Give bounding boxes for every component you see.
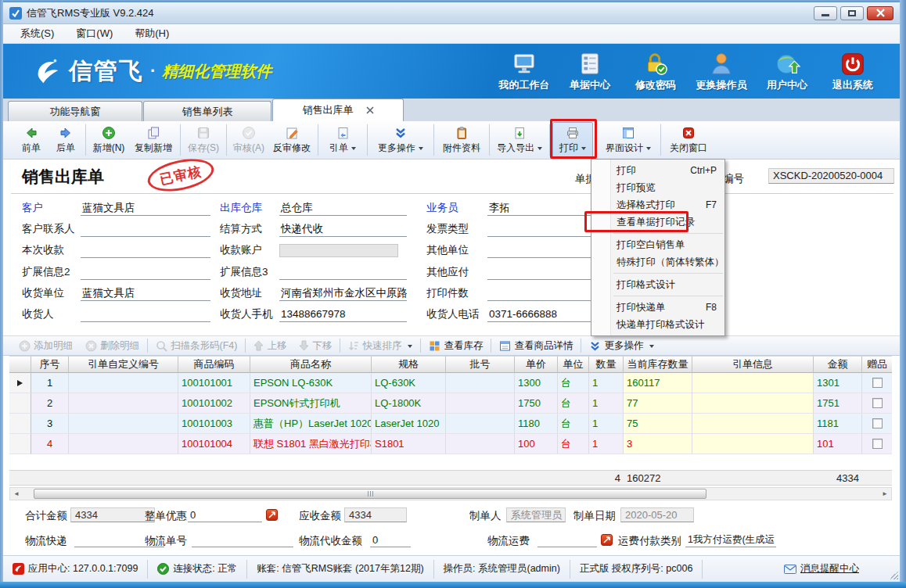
scroll-right-icon[interactable]: ► xyxy=(879,488,891,500)
attachment-button[interactable]: 附件资料 xyxy=(437,122,487,158)
warehouse-field[interactable]: 总仓库 xyxy=(279,200,407,216)
status-app-center[interactable]: 应用中心: 127.0.0.1:7099 xyxy=(3,560,148,579)
cod-amount-field[interactable]: 0 xyxy=(370,532,411,547)
receiver-mobile-field[interactable]: 13488667978 xyxy=(279,307,407,322)
col-header-name[interactable]: 商品名称 xyxy=(250,356,372,373)
scan-barcode-button: 扫描条形码(F4) xyxy=(149,339,243,353)
next-doc-button[interactable]: 后单 xyxy=(49,122,83,158)
nav-change-password[interactable]: 修改密码 xyxy=(623,51,688,92)
resize-grip[interactable] xyxy=(890,571,898,579)
reference-doc-button[interactable]: 引单 xyxy=(321,122,365,158)
nav-switch-operator[interactable]: 更换操作员 xyxy=(688,51,754,92)
table-row[interactable]: 1 100101001 EPSON LQ-630K LQ-630K 1300 台… xyxy=(9,373,892,393)
customer-field[interactable]: 蓝猫文具店 xyxy=(81,200,210,216)
table-row[interactable]: 2 100101002 EPSON针式打印机 LQ-1800K 1750 台 1… xyxy=(9,393,892,414)
copy-new-button[interactable]: 复制新增 xyxy=(129,122,178,158)
tab-close-icon[interactable] xyxy=(366,106,374,114)
menu-item-select-format-print[interactable]: 选择格式打印F7 xyxy=(591,196,724,213)
toolbar-separator xyxy=(420,339,421,353)
switch-user-icon xyxy=(708,51,735,77)
menu-window[interactable]: 窗口(W) xyxy=(67,24,122,43)
col-header-amount[interactable]: 金额 xyxy=(814,356,862,373)
scroll-left-icon[interactable]: ◄ xyxy=(10,488,23,500)
customer-contact-field[interactable] xyxy=(81,221,210,237)
menu-help[interactable]: 帮助(H) xyxy=(125,24,178,43)
view-product-detail-button[interactable]: 查看商品详情 xyxy=(493,339,579,353)
ui-design-button[interactable]: 界面设计 xyxy=(599,122,658,158)
col-header-ref-info[interactable]: 引单信息 xyxy=(692,356,814,373)
new-doc-button[interactable]: 新增(N) xyxy=(88,122,129,158)
receiver-field[interactable] xyxy=(81,307,210,322)
tracking-no-field[interactable] xyxy=(192,532,293,547)
menu-item-print-preview[interactable]: 打印预览 xyxy=(591,179,724,196)
menu-system[interactable]: 系统(S) xyxy=(11,24,63,43)
doc-no-value[interactable]: XSCKD-20200520-0004 xyxy=(768,168,894,184)
ext-info2-field[interactable] xyxy=(81,264,210,280)
print-button[interactable]: 打印 xyxy=(552,122,593,158)
col-header-code[interactable]: 商品编码 xyxy=(178,356,250,373)
gift-checkbox[interactable] xyxy=(872,439,883,449)
col-header-custom-no[interactable]: 引单自定义编号 xyxy=(69,356,178,373)
menu-item-print-express[interactable]: 打印快递单F8 xyxy=(591,299,724,316)
field-label: 出库仓库 xyxy=(220,200,262,216)
maximize-button[interactable] xyxy=(840,6,864,20)
toolbar-separator xyxy=(318,124,318,156)
gift-checkbox[interactable] xyxy=(872,398,883,408)
delivery-address-field[interactable]: 河南省郑州市金水区中原路 xyxy=(279,285,407,301)
connection-ok-icon xyxy=(157,563,169,575)
gift-checkbox[interactable] xyxy=(872,378,883,388)
col-header-gift[interactable]: 赠品 xyxy=(862,356,892,373)
tab-sales-list[interactable]: 销售单列表 xyxy=(143,101,271,121)
menu-item-print-format-design[interactable]: 打印格式设计 xyxy=(591,276,724,293)
freight-field[interactable] xyxy=(537,532,597,547)
view-stock-button[interactable]: 查看库存 xyxy=(422,339,489,353)
window-title: 信管飞RMS专业版 V9.2.424 xyxy=(27,6,154,20)
payment-now-field[interactable] xyxy=(81,242,210,258)
reverse-audit-button[interactable]: 反审修改 xyxy=(268,122,315,158)
col-header-stock[interactable]: 当前库存数量 xyxy=(624,356,692,373)
make-date-label: 制单日期 xyxy=(573,508,616,523)
nav-my-workbench[interactable]: 我的工作台 xyxy=(491,51,557,92)
freight-type-label: 运费付款类别 xyxy=(618,533,681,548)
import-export-button[interactable]: 导入导出 xyxy=(492,122,547,158)
col-header-seq[interactable]: 序号 xyxy=(31,356,69,373)
horizontal-scrollbar[interactable]: ◄ ► xyxy=(9,487,892,500)
printer-icon xyxy=(566,126,580,140)
detail-more-actions-button[interactable]: 更多操作 xyxy=(583,339,660,353)
menu-item-print[interactable]: 打印Ctrl+P xyxy=(591,162,724,179)
col-header-batch[interactable]: 批号 xyxy=(446,356,515,373)
close-button[interactable] xyxy=(867,6,893,20)
menu-item-print-blank-sales[interactable]: 打印空白销售单 xyxy=(591,236,724,253)
prev-doc-button[interactable]: 前单 xyxy=(14,122,49,158)
close-window-button[interactable]: 关闭窗口 xyxy=(663,122,714,158)
receiver-unit-field[interactable]: 蓝猫文具店 xyxy=(81,285,210,301)
table-row[interactable]: 3 100101003 惠普（HP）LaserJet 1020 LaserJet… xyxy=(9,414,892,434)
tab-function-nav[interactable]: 功能导航窗 xyxy=(8,101,142,121)
menu-item-express-format-design[interactable]: 快递单打印格式设计 xyxy=(591,316,724,333)
nav-document-center[interactable]: 单据中心 xyxy=(557,51,623,92)
freight-type-field[interactable]: 1我方付运费(生成运 xyxy=(685,532,776,547)
more-actions-button[interactable]: 更多操作 xyxy=(370,122,431,158)
col-header-qty[interactable]: 数量 xyxy=(589,356,624,373)
document-center-icon xyxy=(577,51,603,77)
more-actions-icon xyxy=(589,340,601,352)
col-header-unit[interactable]: 单位 xyxy=(558,356,589,373)
minimize-button[interactable] xyxy=(814,6,837,20)
ext-info3-field[interactable] xyxy=(279,264,407,280)
menu-item-special-print[interactable]: 特殊打印（简体转繁体） xyxy=(591,253,724,271)
status-message-center[interactable]: 消息提醒中心 xyxy=(775,560,868,579)
nav-exit-system[interactable]: 退出系统 xyxy=(820,51,886,92)
discount-field[interactable]: 0 xyxy=(188,507,262,522)
col-header-spec[interactable]: 规格 xyxy=(372,356,446,373)
table-row[interactable]: 4 100101004 联想 S1801 黑白激光打印机 S1801 100 台… xyxy=(9,434,892,454)
settlement-field[interactable]: 快递代收 xyxy=(279,221,407,237)
discount-tool-icon[interactable] xyxy=(266,509,278,521)
nav-user-center[interactable]: 用户中心 xyxy=(754,51,820,92)
scrollbar-thumb[interactable] xyxy=(34,489,706,499)
freight-tool-icon[interactable] xyxy=(601,534,613,546)
gift-checkbox[interactable] xyxy=(872,418,883,428)
menu-item-view-print-records[interactable]: 查看单据打印记录 xyxy=(591,213,724,231)
col-header-price[interactable]: 单价 xyxy=(515,356,558,373)
tab-sales-outbound[interactable]: 销售出库单 xyxy=(272,99,404,121)
total-amount-label: 合计金额 xyxy=(25,508,67,523)
